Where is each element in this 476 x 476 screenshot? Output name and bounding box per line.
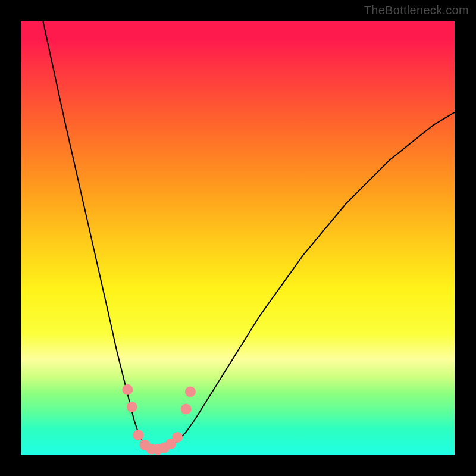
marker-point bbox=[122, 384, 133, 395]
marker-point bbox=[181, 404, 192, 415]
marker-point bbox=[127, 402, 137, 412]
watermark-text: TheBottleneck.com bbox=[364, 4, 469, 17]
marker-point bbox=[185, 386, 196, 397]
plot-area bbox=[21, 21, 455, 455]
marker-point bbox=[172, 432, 183, 443]
chart-stage: TheBottleneck.com bbox=[0, 0, 476, 476]
chart-svg bbox=[21, 21, 455, 455]
marker-point bbox=[133, 430, 144, 440]
curve-line bbox=[43, 21, 455, 450]
